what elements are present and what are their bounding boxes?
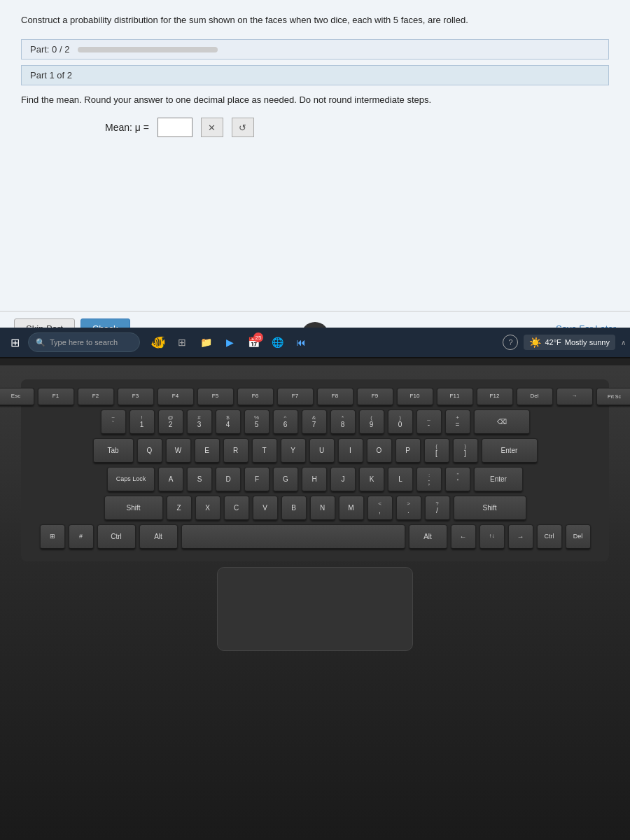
key-z[interactable]: Z [167, 496, 192, 521]
key-prtsc[interactable]: Prt Sc [596, 388, 631, 406]
weather-temp: 42°F [545, 338, 561, 346]
key-f10[interactable]: F10 [397, 388, 433, 406]
key-i[interactable]: I [338, 438, 363, 463]
taskbar-chevron[interactable]: ∧ [621, 339, 626, 346]
key-b[interactable]: B [281, 496, 307, 521]
key-v[interactable]: V [253, 496, 278, 521]
key-y[interactable]: Y [281, 438, 306, 463]
key-arrow-right-2[interactable]: → [508, 524, 533, 550]
key-t[interactable]: T [252, 438, 277, 463]
key-f7[interactable]: F7 [277, 388, 314, 406]
key-w[interactable]: W [166, 438, 191, 463]
key-n[interactable]: N [310, 496, 335, 521]
key-fn[interactable]: # [69, 524, 94, 550]
key-f5[interactable]: F5 [197, 388, 234, 406]
key-x[interactable]: X [195, 496, 220, 521]
key-arrow-right[interactable]: → [556, 388, 593, 406]
key-lbracket[interactable]: {[ [424, 438, 449, 463]
key-f2[interactable]: F2 [78, 388, 114, 406]
key-f4[interactable]: F4 [158, 388, 194, 406]
key-f11[interactable]: F11 [437, 388, 473, 406]
refresh-button[interactable]: ↺ [232, 118, 254, 137]
key-0[interactable]: )0 [388, 410, 413, 435]
key-rbracket[interactable]: }] [453, 438, 478, 463]
key-f6[interactable]: F6 [237, 388, 274, 406]
key-alt-right[interactable]: Alt [409, 524, 447, 550]
taskbar-app-5[interactable]: 📅 25 [242, 331, 265, 354]
key-quote[interactable]: "' [445, 467, 470, 492]
key-f12[interactable]: F12 [477, 388, 513, 406]
key-capslock[interactable]: Caps Lock [107, 467, 155, 492]
key-arrow-up-down[interactable]: ↑↓ [479, 524, 505, 550]
key-period[interactable]: >. [396, 496, 421, 521]
taskbar-app-1[interactable]: 🐠 [147, 331, 169, 354]
key-m[interactable]: M [339, 496, 364, 521]
key-comma[interactable]: <, [368, 496, 393, 521]
key-del[interactable]: Del [517, 388, 553, 406]
key-slash[interactable]: ?/ [425, 496, 450, 521]
key-4[interactable]: $4 [216, 410, 241, 435]
key-3[interactable]: #3 [187, 410, 212, 435]
key-f8[interactable]: F8 [317, 388, 354, 406]
key-win[interactable]: ⊞ [40, 524, 65, 550]
key-a[interactable]: A [158, 467, 183, 492]
key-h[interactable]: H [302, 467, 327, 492]
taskbar-app-2[interactable]: ⊞ [171, 331, 193, 354]
key-9[interactable]: (9 [359, 410, 384, 435]
key-space[interactable] [181, 524, 405, 550]
key-o[interactable]: O [367, 438, 392, 463]
key-minus[interactable]: _- [416, 410, 442, 435]
key-d[interactable]: D [216, 467, 241, 492]
key-f1[interactable]: F1 [38, 388, 74, 406]
key-ctrl-left[interactable]: Ctrl [97, 524, 136, 550]
key-l[interactable]: L [388, 467, 413, 492]
key-equals[interactable]: += [445, 410, 470, 435]
clear-button[interactable]: ✕ [201, 118, 223, 137]
key-semicolon[interactable]: :; [416, 467, 442, 492]
key-tab[interactable]: Tab [93, 438, 134, 463]
help-button[interactable]: ? [503, 335, 518, 350]
key-f3[interactable]: F3 [118, 388, 154, 406]
taskbar-app-7[interactable]: ⏮ [290, 331, 312, 354]
key-r[interactable]: R [223, 438, 248, 463]
key-1[interactable]: !1 [130, 410, 155, 435]
search-text: Type here to search [50, 338, 118, 346]
key-f9[interactable]: F9 [357, 388, 393, 406]
key-f[interactable]: F [244, 467, 270, 492]
key-shift-right[interactable]: Shift [454, 496, 526, 521]
key-arrow-left[interactable]: ← [451, 524, 476, 550]
key-alt-left[interactable]: Alt [139, 524, 178, 550]
key-enter-2[interactable]: Enter [474, 467, 523, 492]
weather-widget[interactable]: ☀️ 42°F Mostly sunny [524, 335, 615, 350]
key-s[interactable]: S [187, 467, 212, 492]
key-e[interactable]: E [195, 438, 220, 463]
key-u[interactable]: U [309, 438, 335, 463]
key-k[interactable]: K [359, 467, 384, 492]
key-5[interactable]: %5 [244, 410, 270, 435]
key-delete[interactable]: Del [566, 524, 591, 550]
touchpad[interactable] [217, 567, 413, 651]
key-q[interactable]: Q [137, 438, 162, 463]
taskbar-search[interactable]: 🔍 Type here to search [28, 332, 140, 352]
key-6[interactable]: ^6 [273, 410, 298, 435]
key-8[interactable]: *8 [330, 410, 356, 435]
app-content: Construct a probability distribution for… [0, 0, 630, 311]
key-backtick[interactable]: ~` [101, 410, 126, 435]
key-j[interactable]: J [330, 467, 356, 492]
taskbar-app-4[interactable]: ▶ [218, 331, 241, 354]
key-backspace[interactable]: ⌫ [474, 410, 530, 435]
fn-key-row: Esc F1 F2 F3 F4 F5 F6 F7 F8 F9 F10 F11 F… [28, 388, 602, 406]
key-7[interactable]: &7 [302, 410, 327, 435]
key-esc[interactable]: Esc [0, 388, 34, 406]
key-ctrl-right[interactable]: Ctrl [537, 524, 562, 550]
mean-input[interactable] [158, 118, 192, 137]
key-c[interactable]: C [224, 496, 249, 521]
key-enter[interactable]: Enter [482, 438, 538, 463]
key-p[interactable]: P [396, 438, 421, 463]
taskbar-app-3[interactable]: 📁 [195, 331, 217, 354]
key-shift-left[interactable]: Shift [104, 496, 163, 521]
start-button[interactable]: ⊞ [4, 332, 25, 353]
key-2[interactable]: @2 [158, 410, 183, 435]
key-g[interactable]: G [273, 467, 298, 492]
taskbar-app-6[interactable]: 🌐 [266, 331, 288, 354]
